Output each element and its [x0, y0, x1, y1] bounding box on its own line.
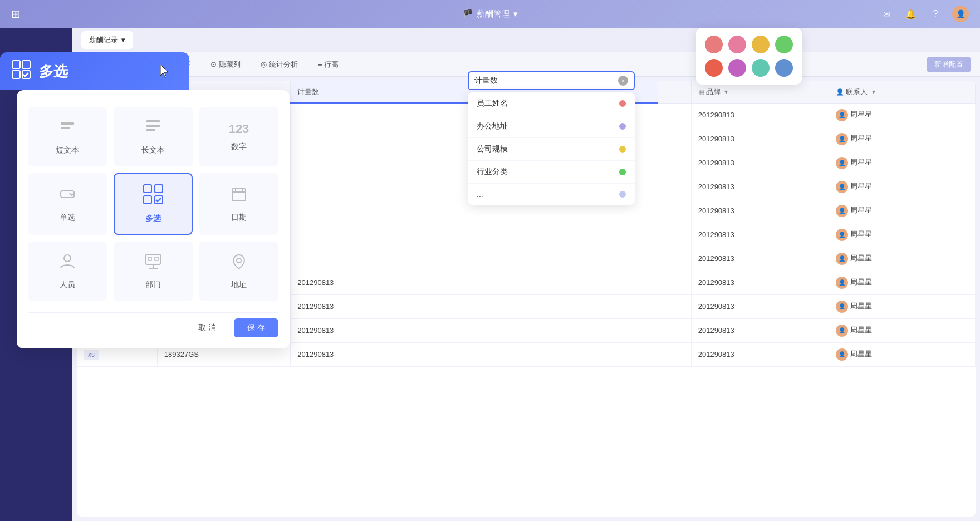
cell-avatar: 👤 — [836, 133, 848, 145]
svg-rect-2 — [22, 61, 30, 68]
color-dot-2[interactable] — [752, 36, 770, 53]
col-name-input-wrap: × — [468, 71, 635, 90]
nav-title-area: 🏴 薪酬管理 ▾ — [463, 9, 518, 19]
svg-point-24 — [237, 258, 241, 263]
svg-rect-7 — [146, 125, 160, 127]
hide-cols-btn[interactable]: ⊙ 隐藏列 — [206, 57, 245, 72]
col-name-input[interactable] — [474, 76, 618, 85]
field-type-long-text[interactable]: 长文本 — [114, 107, 193, 166]
svg-rect-20 — [148, 257, 151, 260]
cell-col4 — [658, 318, 691, 342]
hide-label: 隐藏列 — [219, 60, 241, 70]
svg-rect-8 — [146, 129, 155, 131]
help-icon[interactable]: ? — [928, 6, 943, 22]
hide-icon: ⊙ — [210, 60, 217, 68]
col5-sort-icon: ▾ — [724, 88, 728, 96]
dropdown-label-office: 办公地址 — [477, 121, 508, 131]
field-type-panel: 短文本 长文本 123 数字 单选 — [17, 90, 290, 348]
color-dot-7[interactable] — [775, 59, 793, 77]
svg-rect-21 — [155, 257, 158, 260]
tab-bar: 薪酬记录 ▾ — [72, 28, 980, 52]
cell-avatar: 👤 — [836, 325, 848, 337]
flag-icon: 🏴 — [463, 9, 473, 19]
user-avatar[interactable]: 👤 — [952, 6, 969, 22]
th-col4-empty[interactable] — [658, 81, 691, 103]
row-height-icon: ≡ — [318, 60, 322, 68]
save-button[interactable]: 保 存 — [234, 318, 278, 337]
cell-col3 — [291, 223, 658, 247]
dropdown-dot-company-size — [619, 146, 626, 153]
field-type-single-select[interactable]: 单选 — [28, 173, 107, 235]
field-type-grid: 短文本 长文本 123 数字 单选 — [28, 107, 278, 301]
grid-icon[interactable]: ⊞ — [11, 7, 21, 21]
cell-col3: 201290813 — [291, 294, 658, 318]
color-dot-1[interactable] — [728, 36, 746, 53]
cell-col6: 👤周星星 — [829, 294, 976, 318]
color-dot-6[interactable] — [752, 59, 770, 77]
cell-col4 — [658, 294, 691, 318]
color-dot-3[interactable] — [775, 36, 793, 53]
col6-sort-icon: ▾ — [872, 88, 875, 96]
dropdown-label-company-size: 公司规模 — [477, 144, 508, 154]
cell-avatar: 👤 — [836, 277, 848, 289]
dropdown-item-company-size[interactable]: 公司规模 — [468, 138, 635, 161]
nav-title: 薪酬管理 — [477, 9, 510, 19]
person-icon — [58, 253, 76, 274]
tab-salary-records[interactable]: 薪酬记录 ▾ — [81, 31, 133, 49]
dropdown-item-office[interactable]: 办公地址 — [468, 115, 635, 138]
cancel-button[interactable]: 取 消 — [187, 318, 227, 337]
stats-btn[interactable]: ◎ 统计分析 — [256, 57, 302, 72]
field-type-number[interactable]: 123 数字 — [199, 107, 278, 166]
multiselect-label: 多选 — [39, 62, 68, 81]
cell-col6: 👤周星星 — [829, 103, 976, 127]
cell-avatar: 👤 — [836, 181, 848, 193]
single-select-icon — [58, 185, 76, 207]
person-label: 人员 — [60, 280, 75, 290]
cell-col3: 201290813 — [291, 342, 658, 366]
cell-avatar: 👤 — [836, 253, 848, 265]
dropdown-item-employee[interactable]: 员工姓名 — [468, 92, 635, 115]
dropdown-label-more: ... — [477, 190, 483, 199]
field-type-dept[interactable]: 部门 — [114, 242, 193, 301]
color-dot-5[interactable] — [728, 59, 746, 77]
field-type-date[interactable]: 日期 — [199, 173, 278, 235]
cell-col5: 201290813 — [691, 318, 829, 342]
cell-col5: 201290813 — [691, 127, 829, 151]
cell-col4 — [658, 103, 691, 127]
multi-select-label: 多选 — [145, 214, 161, 224]
cell-col5: 201290813 — [691, 151, 829, 175]
col-name-clear-btn[interactable]: × — [618, 76, 628, 86]
cell-col6: 👤周星星 — [829, 271, 976, 294]
th-col6[interactable]: 👤联系人 ▾ — [829, 81, 976, 103]
field-type-address[interactable]: 地址 — [199, 242, 278, 301]
cell-avatar: 👤 — [836, 301, 848, 313]
svg-rect-4 — [61, 122, 74, 125]
address-icon — [230, 253, 248, 274]
cell-col3: 201290813 — [291, 271, 658, 294]
bell-icon[interactable]: 🔔 — [903, 6, 919, 22]
add-config-btn[interactable]: 新增配置 — [927, 57, 971, 72]
number-label: 数字 — [231, 142, 247, 152]
cell-col3: 201290813 — [291, 318, 658, 342]
color-dot-4[interactable] — [705, 59, 723, 77]
multi-select-icon — [143, 184, 163, 208]
field-type-person[interactable]: 人员 — [28, 242, 107, 301]
color-dot-0[interactable] — [705, 36, 723, 53]
cell-col4 — [658, 151, 691, 175]
field-type-multi-select[interactable]: 多选 — [114, 173, 193, 235]
svg-rect-12 — [155, 185, 163, 193]
svg-rect-10 — [144, 185, 151, 193]
cell-col5: 201290813 — [691, 294, 829, 318]
nav-arrow-icon[interactable]: ▾ — [513, 9, 518, 19]
cell-avatar: 👤 — [836, 229, 848, 241]
cell-col6: 👤周星星 — [829, 175, 976, 199]
cell-avatar: 👤 — [836, 348, 848, 361]
tab-label: 薪酬记录 — [89, 35, 118, 45]
stats-label: 统计分析 — [269, 60, 298, 70]
date-label: 日期 — [231, 213, 247, 223]
field-type-short-text[interactable]: 短文本 — [28, 107, 107, 166]
dropdown-item-more[interactable]: ... — [468, 184, 635, 205]
email-icon[interactable]: ✉ — [879, 6, 894, 22]
row-height-btn[interactable]: ≡ 行高 — [313, 57, 344, 72]
dropdown-item-industry[interactable]: 行业分类 — [468, 161, 635, 184]
